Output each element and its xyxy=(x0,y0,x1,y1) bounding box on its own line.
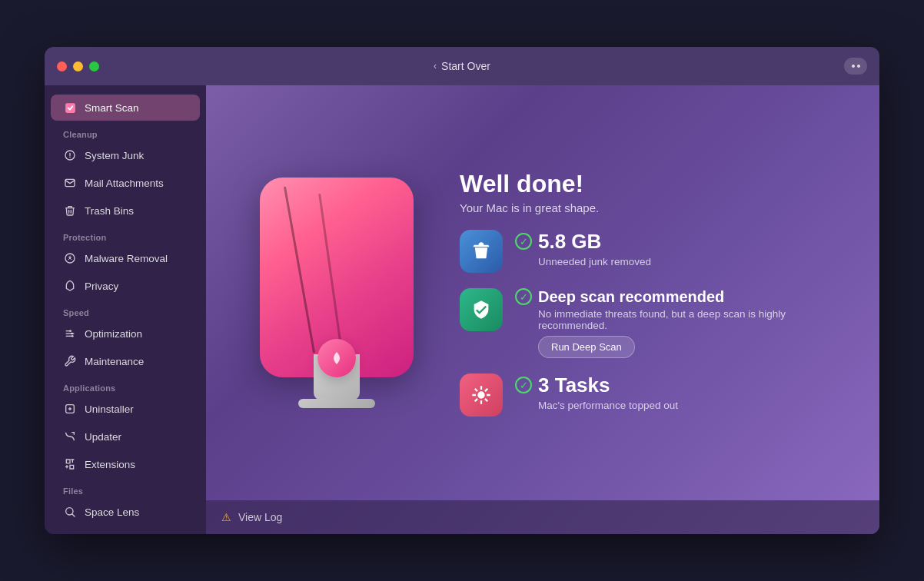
sidebar-item-smart-scan[interactable]: Smart Scan xyxy=(51,95,200,121)
deepscan-result-text: ✓ Deep scan recommended No immediate thr… xyxy=(515,288,849,358)
content-panel: Well done! Your Mac is in great shape. xyxy=(460,170,849,417)
sidebar: Smart Scan Cleanup System Junk xyxy=(45,85,206,534)
warning-icon: ⚠ xyxy=(221,511,234,523)
files-section-label: Files xyxy=(45,479,206,499)
applications-section-label: Applications xyxy=(45,376,206,396)
sidebar-item-label: Smart Scan xyxy=(85,102,139,114)
tasks-result-text: ✓ 3 Tasks Mac's performance topped out xyxy=(515,374,849,416)
sidebar-item-label: System Junk xyxy=(85,150,144,161)
svg-point-8 xyxy=(69,330,71,332)
svg-point-14 xyxy=(477,391,484,398)
headline-subtitle: Your Mac is in great shape. xyxy=(460,201,849,214)
deepscan-description: No immediate threats found, but a deep s… xyxy=(538,308,849,331)
sidebar-item-label: Mail Attachments xyxy=(85,178,164,189)
system-junk-icon xyxy=(63,148,77,162)
check-circle-tasks: ✓ xyxy=(515,377,532,393)
imac-wrapper xyxy=(244,162,429,423)
sidebar-item-label: Extensions xyxy=(85,459,135,470)
cleanup-section-label: Cleanup xyxy=(45,122,206,142)
updater-icon xyxy=(63,430,77,443)
result-card-junk: ✓ 5.8 GB Unneeded junk removed xyxy=(460,230,849,273)
extensions-icon xyxy=(63,457,77,471)
deepscan-result-title: ✓ Deep scan recommended xyxy=(515,288,849,306)
sidebar-item-label: Uninstaller xyxy=(85,403,134,415)
optimization-icon xyxy=(63,327,77,340)
sidebar-item-large-old-files[interactable]: Large & Old Files xyxy=(51,526,200,534)
svg-point-7 xyxy=(71,333,73,335)
deepscan-title: Deep scan recommended xyxy=(538,288,724,306)
app-window: ‹ Start Over Sma xyxy=(45,47,879,534)
sidebar-item-optimization[interactable]: Optimization xyxy=(51,320,200,347)
sidebar-item-privacy[interactable]: Privacy xyxy=(51,273,200,299)
sidebar-item-label: Malware Removal xyxy=(85,253,168,264)
sidebar-item-label: Optimization xyxy=(85,328,142,340)
back-label: Start Over xyxy=(441,60,490,72)
view-log-label: View Log xyxy=(238,511,282,523)
tasks-result-icon xyxy=(460,374,503,417)
speed-section-label: Speed xyxy=(45,300,206,320)
check-circle-deepscan: ✓ xyxy=(515,288,532,305)
traffic-lights xyxy=(57,61,99,71)
sidebar-item-label: Updater xyxy=(85,431,121,443)
sidebar-item-updater[interactable]: Updater xyxy=(51,423,200,450)
sidebar-item-uninstaller[interactable]: Uninstaller xyxy=(51,396,200,422)
space-lens-icon xyxy=(63,505,77,519)
sidebar-item-label: Trash Bins xyxy=(85,205,134,217)
sidebar-item-mail-attachments[interactable]: Mail Attachments xyxy=(51,170,200,196)
tasks-description: Mac's performance topped out xyxy=(538,400,849,411)
deepscan-result-icon xyxy=(460,288,503,331)
more-actions-button[interactable] xyxy=(844,58,867,75)
imac-scratch-1 xyxy=(284,186,315,353)
run-deep-scan-button[interactable]: Run Deep Scan xyxy=(538,336,635,358)
maximize-button[interactable] xyxy=(89,61,99,71)
back-chevron-icon: ‹ xyxy=(434,61,437,71)
svg-point-9 xyxy=(71,335,74,337)
imac-app-icon xyxy=(317,339,356,377)
junk-size: 5.8 GB xyxy=(538,230,601,254)
sidebar-item-trash-bins[interactable]: Trash Bins xyxy=(51,198,200,224)
headline: Well done! Your Mac is in great shape. xyxy=(460,170,849,214)
malware-removal-icon xyxy=(63,251,77,265)
tasks-result-title: ✓ 3 Tasks xyxy=(515,374,849,397)
protection-section-label: Protection xyxy=(45,225,206,245)
junk-result-text: ✓ 5.8 GB Unneeded junk removed xyxy=(515,230,849,272)
title-bar: ‹ Start Over xyxy=(45,47,879,85)
result-card-tasks: ✓ 3 Tasks Mac's performance topped out xyxy=(460,374,849,417)
dots-icon xyxy=(852,65,860,68)
title-actions xyxy=(844,58,867,75)
main-inner: Well done! Your Mac is in great shape. xyxy=(206,85,879,500)
imac-scratch-2 xyxy=(318,194,342,346)
sidebar-item-system-junk[interactable]: System Junk xyxy=(51,142,200,168)
view-log-link[interactable]: ⚠ View Log xyxy=(221,511,282,523)
smart-scan-icon xyxy=(63,101,77,115)
main-area: Well done! Your Mac is in great shape. xyxy=(206,85,879,534)
sidebar-item-malware-removal[interactable]: Malware Removal xyxy=(51,245,200,271)
sidebar-item-label: Large & Old Files xyxy=(85,534,165,535)
back-navigation[interactable]: ‹ Start Over xyxy=(434,60,490,72)
mac-illustration xyxy=(237,147,437,439)
privacy-icon xyxy=(63,279,77,293)
check-circle-junk: ✓ xyxy=(515,233,532,250)
sidebar-item-label: Maintenance xyxy=(85,356,144,367)
junk-result-title: ✓ 5.8 GB xyxy=(515,230,849,254)
sidebar-item-label: Privacy xyxy=(85,281,118,292)
junk-result-icon xyxy=(460,230,503,273)
main-content: Smart Scan Cleanup System Junk xyxy=(45,85,879,534)
maintenance-icon xyxy=(63,354,77,368)
close-button[interactable] xyxy=(57,61,67,71)
sidebar-item-space-lens[interactable]: Space Lens xyxy=(51,499,200,525)
minimize-button[interactable] xyxy=(73,61,83,71)
result-card-deepscan: ✓ Deep scan recommended No immediate thr… xyxy=(460,288,849,358)
imac-base xyxy=(298,399,375,408)
headline-title: Well done! xyxy=(460,170,849,198)
large-old-files-icon xyxy=(63,533,77,534)
bottom-bar: ⚠ View Log xyxy=(206,500,879,534)
mail-attachments-icon xyxy=(63,176,77,190)
sidebar-item-extensions[interactable]: Extensions xyxy=(51,451,200,477)
uninstaller-icon xyxy=(63,402,77,416)
sidebar-item-label: Space Lens xyxy=(85,506,139,518)
tasks-title: 3 Tasks xyxy=(538,374,610,397)
junk-description: Unneeded junk removed xyxy=(538,256,849,267)
sidebar-item-maintenance[interactable]: Maintenance xyxy=(51,348,200,374)
trash-bins-icon xyxy=(63,204,77,217)
